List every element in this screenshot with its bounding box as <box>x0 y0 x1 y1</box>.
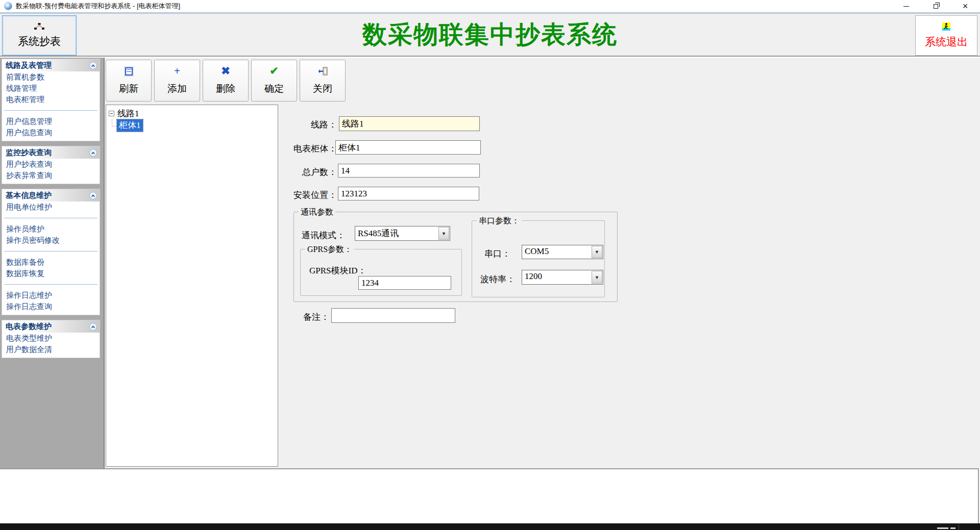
close-button[interactable]: × <box>950 0 980 12</box>
remark-field[interactable] <box>331 308 455 323</box>
chevron-up-icon <box>89 62 97 69</box>
sidebar-item-front-end-params[interactable]: 前置机参数 <box>2 71 100 83</box>
system-exit-button[interactable]: 系统退出 <box>915 15 977 56</box>
app-icon <box>4 2 12 10</box>
serial-port-label: 串口： <box>484 248 510 260</box>
delete-button[interactable]: ✖ 删除 <box>203 60 249 102</box>
chevron-up-icon <box>89 149 97 157</box>
gprs-params-group: GPRS参数： GPRS模块ID： <box>300 249 462 296</box>
window-title: 数采物联-预付费电能表管理和抄表系统 - [电表柜体管理] <box>16 2 180 11</box>
sidebar-divider <box>4 218 97 218</box>
baud-rate-label: 波特率： <box>480 273 515 285</box>
sidebar-item-user-info-query[interactable]: 用户信息查询 <box>2 127 100 138</box>
dropdown-arrow-icon[interactable]: ▼ <box>438 227 449 240</box>
bottom-empty-area <box>0 468 979 523</box>
sidebar-item-power-unit-maintenance[interactable]: 用电单位维护 <box>2 201 100 213</box>
banner-title: 数采物联集中抄表系统 <box>0 18 980 51</box>
add-icon: + <box>174 66 180 77</box>
sidebar-item-meter-type-maintenance[interactable]: 电表类型维护 <box>2 333 100 344</box>
gprs-module-id-label: GPRS模块ID： <box>309 265 366 276</box>
sidebar-item-database-restore[interactable]: 数据库恢复 <box>2 268 100 279</box>
sidebar-item-line-management[interactable]: 线路管理 <box>2 83 100 94</box>
restore-button[interactable] <box>921 0 950 12</box>
location-field[interactable] <box>338 187 479 200</box>
gprs-params-group-title: GPRS参数： <box>305 244 354 255</box>
tree-node-line1[interactable]: 线路1 <box>116 108 140 119</box>
serial-params-group: 串口参数： 串口： COM5 ▼ 波特率： 1200 ▼ <box>472 220 605 297</box>
delete-icon: ✖ <box>221 66 230 77</box>
minimize-icon <box>903 6 909 7</box>
exit-door-icon <box>318 66 328 77</box>
minimize-button[interactable] <box>891 0 921 12</box>
comm-mode-value: RS485通讯 <box>358 228 399 239</box>
dropdown-arrow-icon[interactable]: ▼ <box>592 271 602 284</box>
taskbar-clock-fragment <box>937 527 948 529</box>
remark-label: 备注： <box>279 311 329 323</box>
sidebar-header-meter-params-maintenance[interactable]: 电表参数维护 <box>2 320 100 333</box>
cabinet-form: 线路： 电表柜体： 总户数： 安装位置： 通讯参数 通讯模式： RS485通讯 <box>279 105 980 468</box>
sidebar-section-meter-params: 电表参数维护 电表类型维护 用户数据全清 <box>2 320 100 358</box>
main-area: 线路及表管理 前置机参数 线路管理 电表柜管理 用户信息管理 用户信息查询 监控… <box>0 58 980 468</box>
sidebar-section-monitor-query: 监控抄表查询 用户抄表查询 抄表异常查询 <box>2 146 100 184</box>
serial-port-dropdown[interactable]: COM5 ▼ <box>522 245 603 259</box>
refresh-icon <box>125 67 133 75</box>
banner: 系统抄表 数采物联集中抄表系统 系统退出 <box>0 14 980 57</box>
line-label: 线路： <box>279 119 337 131</box>
cabinet-label: 电表柜体： <box>279 143 337 155</box>
sidebar-item-operation-log-maintenance[interactable]: 操作日志维护 <box>2 290 100 301</box>
screen: 数采物联-预付费电能表管理和抄表系统 - [电表柜体管理] × 系统抄表 数采物… <box>0 0 980 530</box>
comm-params-group: 通讯参数 通讯模式： RS485通讯 ▼ GPRS参数： GPRS模块ID： <box>293 212 618 302</box>
confirm-button[interactable]: ✔ 确定 <box>251 60 297 102</box>
toolbar: 刷新 + 添加 ✖ 删除 ✔ 确定 <box>106 60 346 102</box>
add-button-label: 添加 <box>167 82 187 95</box>
sidebar-header-monitor-reading-query[interactable]: 监控抄表查询 <box>2 146 100 159</box>
sidebar-divider <box>4 284 97 285</box>
serial-port-value: COM5 <box>525 246 549 257</box>
households-field[interactable] <box>338 164 480 178</box>
sidebar-item-user-info-management[interactable]: 用户信息管理 <box>2 116 100 127</box>
sidebar: 线路及表管理 前置机参数 线路管理 电表柜管理 用户信息管理 用户信息查询 监控… <box>0 58 105 468</box>
baud-rate-value: 1200 <box>525 271 542 282</box>
chevron-up-icon <box>89 323 97 331</box>
confirm-button-label: 确定 <box>264 82 284 95</box>
sidebar-header-label: 电表参数维护 <box>6 322 52 332</box>
sidebar-item-operator-password-change[interactable]: 操作员密码修改 <box>2 235 100 246</box>
sidebar-header-line-and-meter-management[interactable]: 线路及表管理 <box>2 59 100 71</box>
add-button[interactable]: + 添加 <box>154 60 200 102</box>
taskbar-edge <box>0 523 980 530</box>
collapse-icon[interactable] <box>109 111 114 116</box>
sidebar-item-operator-maintenance[interactable]: 操作员维护 <box>2 223 100 235</box>
sidebar-divider <box>4 110 97 111</box>
window-controls: × <box>891 0 980 12</box>
cabinet-field[interactable] <box>335 140 481 155</box>
sidebar-item-operation-log-query[interactable]: 操作日志查询 <box>2 301 100 312</box>
sidebar-item-meter-cabinet-management[interactable]: 电表柜管理 <box>2 94 100 105</box>
comm-mode-dropdown[interactable]: RS485通讯 ▼ <box>355 226 450 241</box>
sidebar-menu: 线路及表管理 前置机参数 线路管理 电表柜管理 用户信息管理 用户信息查询 监控… <box>2 59 100 363</box>
households-label: 总户数： <box>279 166 337 178</box>
sidebar-item-reading-exception-query[interactable]: 抄表异常查询 <box>2 170 100 181</box>
sidebar-header-basic-info-maintenance[interactable]: 基本信息维护 <box>2 189 100 201</box>
close-icon: × <box>963 2 968 11</box>
tree-node-cabinet1-selected[interactable]: 柜体1 <box>117 119 143 132</box>
dropdown-arrow-icon[interactable]: ▼ <box>592 246 602 258</box>
refresh-button[interactable]: 刷新 <box>106 60 152 102</box>
tree-connector <box>112 119 117 127</box>
line-field[interactable] <box>339 116 480 131</box>
tree-row: 线路1 <box>109 108 278 119</box>
serial-params-group-title: 串口参数： <box>477 216 522 226</box>
gprs-module-id-field[interactable] <box>358 276 451 290</box>
chevron-up-icon <box>89 192 97 199</box>
sidebar-item-user-data-clear[interactable]: 用户数据全清 <box>2 344 100 355</box>
content-area: 刷新 + 添加 ✖ 删除 ✔ 确定 <box>106 58 980 468</box>
baud-rate-dropdown[interactable]: 1200 ▼ <box>522 270 603 285</box>
sidebar-item-user-reading-query[interactable]: 用户抄表查询 <box>2 159 100 170</box>
refresh-button-label: 刷新 <box>119 82 138 95</box>
system-exit-label: 系统退出 <box>925 35 968 49</box>
tree-panel: 线路1 柜体1 <box>106 105 278 467</box>
close-page-button[interactable]: 关闭 <box>300 60 346 102</box>
sidebar-header-label: 基本信息维护 <box>6 191 52 200</box>
location-label: 安装位置： <box>279 189 337 201</box>
sidebar-item-database-backup[interactable]: 数据库备份 <box>2 257 100 268</box>
titlebar: 数采物联-预付费电能表管理和抄表系统 - [电表柜体管理] × <box>0 0 980 12</box>
